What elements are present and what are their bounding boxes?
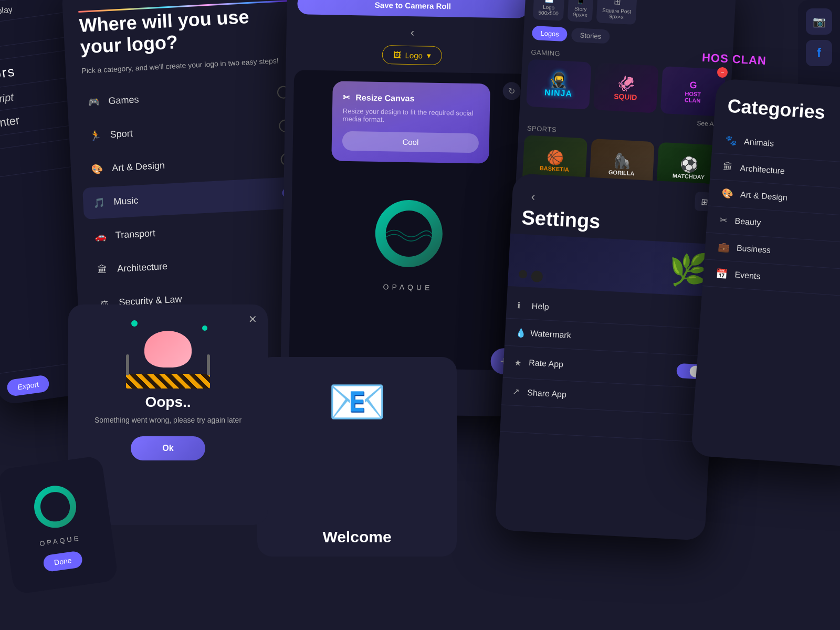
sport-icon: 🏃 [88, 128, 103, 143]
squid-logo-wrap: 🦑 SQUID [593, 62, 659, 113]
art-icon: 🎨 [89, 162, 104, 177]
arch-icon: 🏛 [94, 262, 110, 277]
canvas-opaque-svg [366, 191, 452, 276]
welcome-panel: 📧 Welcome [257, 357, 457, 556]
help-icon: ℹ [517, 300, 532, 311]
envelope-icon: 📧 [328, 378, 386, 425]
logo-selector-row: 🖼 Logo ▾ [286, 44, 539, 67]
chip-stories[interactable]: Stories [571, 28, 610, 44]
events-row-label: Events [734, 270, 761, 281]
logo-dropdown-chevron-icon: ▾ [427, 51, 431, 60]
rate-star-icon: ★ [514, 357, 529, 368]
canvas-area: ✂ Resize Canvas Resize your design to fi… [289, 70, 529, 371]
transport-label: Transport [115, 228, 155, 241]
instagram-icon[interactable]: 📷 [806, 8, 832, 35]
arch-label: Architecture [117, 261, 168, 275]
logo-pill-label: Logo [405, 50, 423, 60]
games-icon: 🎮 [86, 94, 101, 110]
help-label: Help [531, 301, 706, 320]
business-row-label: Business [736, 243, 771, 255]
art-row-icon: 🎨 [721, 187, 733, 200]
refresh-icon[interactable]: ↻ [502, 82, 521, 100]
settings-orbs [518, 270, 543, 282]
watermark-icon: 💧 [516, 328, 531, 338]
scratch-logo-item[interactable]: 📄 Logo 500x500 [533, 0, 565, 21]
back-chevron-icon[interactable]: ‹ [411, 26, 415, 39]
category-title: Where will you use your logo? [79, 4, 291, 58]
logo-emoji-icon: 🖼 [393, 50, 401, 59]
canvas-logo: OPAQUE [366, 191, 452, 292]
extra-label [526, 419, 697, 428]
cool-button[interactable]: Cool [342, 131, 479, 153]
settings-list: ℹ Help 💧 Watermark › ★ Rate App ↗ Share … [500, 286, 718, 448]
category-header: Where will you use your logo? Pick a cat… [61, 0, 308, 88]
oops-image [121, 315, 215, 388]
games-label: Games [108, 94, 139, 107]
scratch-story-item[interactable]: 📱 Story 9px×x [568, 0, 594, 23]
canvas-opaque-label: OPAQUE [383, 282, 433, 292]
opaque-logo-label: OPAQUE [39, 534, 81, 548]
arch-row-label: Architecture [740, 163, 785, 176]
animals-icon: 🐾 [725, 134, 737, 146]
business-row-icon: 💼 [717, 241, 729, 253]
transport-icon: 🚗 [93, 228, 108, 244]
settings-back-button[interactable]: ‹ [520, 181, 546, 204]
resize-popup-title: ✂ Resize Canvas [343, 92, 479, 106]
settings-hero-banner: 🌿 [508, 234, 720, 297]
resize-icon: ✂ [343, 93, 350, 102]
welcome-title: Welcome [322, 528, 391, 546]
facebook-icon[interactable]: f [806, 40, 832, 66]
art-label: Art & Design [112, 160, 165, 174]
categories-panel: Categories 🐾 Animals 12 🏛 Architecture 1… [690, 78, 840, 468]
done-button[interactable]: Done [43, 550, 83, 572]
export-button[interactable]: Export [6, 374, 50, 397]
resize-canvas-popup: ✂ Resize Canvas Resize your design to fi… [331, 81, 490, 163]
envelope-area: 📧 [328, 378, 386, 425]
back-chevron-row: ‹ [286, 19, 539, 46]
ok-button[interactable]: Ok [131, 436, 205, 460]
art-row-label: Art & Design [740, 190, 788, 203]
logo-preview-panel: OPAQUE Done [0, 455, 119, 594]
extra-icon [511, 418, 526, 419]
oops-description: Something went wrong, please try again l… [94, 415, 242, 426]
oops-close-button[interactable]: ✕ [248, 313, 257, 326]
squid-logo-thumb[interactable]: 🦑 SQUID [593, 62, 659, 113]
rate-label: Rate App [529, 358, 677, 375]
chip-logos[interactable]: Logos [532, 26, 568, 41]
resize-popup-desc: Resize your design to fit the required s… [343, 107, 479, 125]
save-to-camera-roll-button[interactable]: Save to Camera Roll [297, 0, 529, 18]
settings-panel: ‹ ⊞ Settings 🌿 ℹ Help 💧 Watermark › ★ Ra… [495, 173, 723, 541]
ninja-logo-wrap: 🥷 NINJA [526, 59, 592, 110]
canvas-panel: Save to Camera Roll ‹ 🖼 Logo ▾ ✂ Resize … [280, 0, 539, 417]
share-icon: ↗ [512, 386, 528, 397]
scratch-square-item[interactable]: ⊞ Square Post 9px×x [596, 0, 637, 25]
share-label: Share App [527, 387, 699, 406]
music-label: Music [113, 195, 139, 207]
oops-title: Oops.. [145, 394, 191, 411]
animals-label: Animals [744, 137, 774, 149]
arch-row-icon: 🏛 [723, 161, 733, 173]
beauty-row-icon: ✂ [719, 214, 728, 226]
opaque-logo-svg [26, 477, 85, 536]
ghost-delete-badge[interactable]: − [717, 67, 728, 78]
music-icon: 🎵 [91, 195, 107, 211]
logo-pill[interactable]: 🖼 Logo ▾ [382, 45, 442, 65]
events-row-icon: 📅 [716, 268, 728, 280]
ninja-logo-thumb[interactable]: 🥷 NINJA [526, 59, 592, 110]
watermark-label: Watermark [530, 329, 702, 347]
sport-label: Sport [110, 128, 133, 140]
beauty-row-label: Beauty [734, 216, 761, 227]
category-subtitle: Pick a category, and we'll create your l… [81, 55, 292, 77]
